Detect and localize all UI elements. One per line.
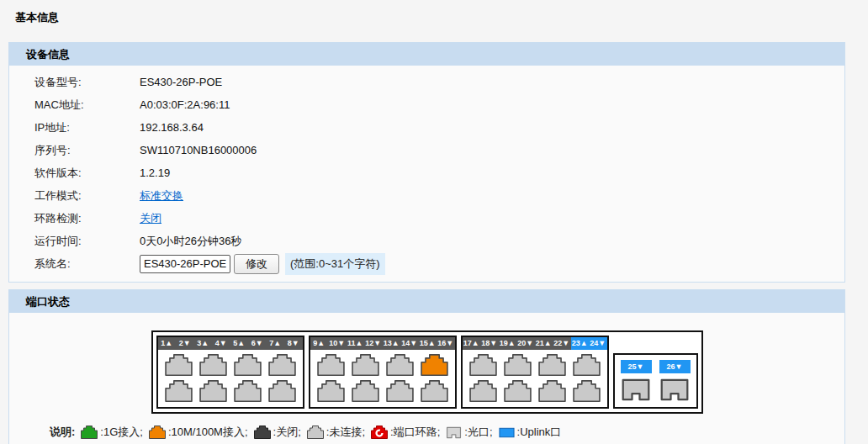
modify-button[interactable]: 修改 [234, 254, 279, 274]
port-group-3: 17▲18▼19▲20▼21▲22▼23▲24▼ [461, 336, 609, 409]
uplink-blue-icon [499, 427, 515, 438]
row-ip-address: IP地址: 192.168.3.64 [9, 116, 844, 139]
port-23-icon[interactable] [573, 354, 601, 376]
port-18-icon[interactable] [469, 380, 497, 402]
port-label-14: 14▼ [400, 337, 419, 350]
port-label-3: 3▲ [194, 337, 213, 350]
software-version-value: 1.2.19 [140, 166, 170, 179]
legend-item: :关闭; [254, 425, 301, 440]
switch-faceplate: 1▲2▼3▲4▼5▲6▼7▲8▼9▲10▼11▲12▼13▲14▼15▲16▼1… [151, 330, 703, 414]
port-label-1: 1▲ [158, 337, 177, 350]
work-mode-link[interactable]: 标准交换 [140, 188, 183, 204]
legend-item: :1G接入; [81, 425, 143, 440]
legend-item-label: :1G接入; [100, 425, 143, 440]
port-6-icon[interactable] [234, 380, 262, 402]
port-legend: 说明: :1G接入;:10M/100M接入;:关闭;:未连接;:端口环路;:光口… [50, 425, 844, 440]
port-label-10: 10▼ [328, 337, 347, 350]
port-3-icon[interactable] [199, 354, 227, 376]
port-label-11: 11▲ [347, 337, 365, 350]
port-group-2: 9▲10▼11▲12▼13▲14▼15▲16▼ [309, 336, 457, 409]
legend-item: :未连接; [307, 425, 365, 440]
port-label-22: 22▼ [553, 337, 571, 350]
device-model-label: 设备型号: [9, 75, 140, 90]
port-20-icon[interactable] [504, 380, 532, 402]
legend-item-label: :光口; [464, 425, 492, 440]
port-9-icon[interactable] [317, 354, 345, 376]
port-8-icon[interactable] [268, 380, 296, 402]
port-label-26: 26▼ [659, 360, 691, 373]
port-label-16: 16▼ [437, 337, 455, 350]
port-status-header: 端口状态 [9, 290, 844, 313]
port-4-icon[interactable] [199, 380, 227, 402]
mac-address-label: MAC地址: [9, 98, 140, 113]
port-label-5: 5▲ [230, 337, 249, 350]
port-24-icon[interactable] [573, 380, 601, 402]
legend-title: 说明: [50, 425, 75, 440]
port-status-panel: 端口状态 1▲2▼3▲4▼5▲6▼7▲8▼9▲10▼11▲12▼13▲14▼15… [8, 289, 845, 444]
port-group-2-labels: 9▲10▼11▲12▼13▲14▼15▲16▼ [310, 337, 455, 350]
port-7-icon[interactable] [268, 354, 296, 376]
port-10-icon[interactable] [317, 380, 345, 402]
port-13-icon[interactable] [386, 354, 414, 376]
device-info-body: 设备型号: ES430-26P-POE MAC地址: A0:03:0F:2A:9… [9, 66, 844, 282]
legend-item-label: :Uplink口 [517, 425, 562, 440]
rj45-gray-icon [307, 426, 324, 439]
port-label-24: 24▼ [589, 337, 607, 350]
uptime-value: 0天0小时26分钟36秒 [140, 234, 241, 249]
port-group-3-labels: 17▲18▼19▲20▼21▲22▼23▲24▼ [463, 337, 607, 350]
uptime-label: 运行时间: [9, 234, 140, 249]
legend-item-label: :未连接; [326, 425, 365, 440]
software-version-label: 软件版本: [9, 166, 140, 181]
range-hint: (范围:0~31个字符) [285, 253, 385, 275]
port-5-icon[interactable] [234, 354, 262, 376]
row-system-name: 系统名: 修改 (范围:0~31个字符) [9, 252, 844, 275]
rj45-green-icon [81, 426, 98, 439]
rj45-dark-icon [254, 426, 271, 439]
fiber-port-26: 26▼ [659, 360, 691, 402]
port-label-15: 15▲ [419, 337, 437, 350]
legend-item: :10M/100M接入; [149, 425, 248, 440]
row-software-version: 软件版本: 1.2.19 [9, 161, 844, 184]
port-12-icon[interactable] [352, 380, 379, 402]
port-label-25: 25▼ [621, 360, 652, 373]
rj45-orange-icon [149, 426, 166, 439]
work-mode-label: 工作模式: [9, 188, 140, 204]
port-group-1: 1▲2▼3▲4▼5▲6▼7▲8▼ [156, 336, 304, 409]
port-1-icon[interactable] [165, 354, 193, 376]
port-22-icon[interactable] [538, 380, 566, 402]
device-info-header: 设备信息 [9, 43, 844, 66]
ip-address-label: IP地址: [9, 120, 140, 135]
row-mac-address: MAC地址: A0:03:0F:2A:96:11 [9, 93, 844, 116]
system-name-input[interactable] [140, 255, 230, 273]
port-label-2: 2▼ [176, 337, 194, 350]
port-21-icon[interactable] [538, 354, 566, 376]
port-label-9: 9▲ [310, 337, 329, 350]
port-19-icon[interactable] [504, 354, 532, 376]
legend-item: :Uplink口 [499, 425, 562, 440]
port-label-20: 20▼ [516, 337, 535, 350]
port-label-4: 4▼ [212, 337, 230, 350]
port-16-icon[interactable] [421, 380, 448, 402]
mac-address-value: A0:03:0F:2A:96:11 [140, 98, 230, 111]
fiber-port-25: 25▼ [621, 360, 652, 402]
serial-number-value: SW110710NB16000006 [140, 144, 257, 156]
port-2-icon[interactable] [165, 380, 193, 402]
port-11-icon[interactable] [352, 354, 379, 376]
fiber-port-group: 25▼26▼ [613, 353, 698, 409]
port-25-icon[interactable] [621, 378, 651, 402]
port-label-13: 13▲ [383, 337, 401, 350]
device-info-panel: 设备信息 设备型号: ES430-26P-POE MAC地址: A0:03:0F… [8, 42, 845, 283]
port-label-23: 23▲ [571, 337, 590, 350]
loop-detect-label: 环路检测: [9, 211, 140, 226]
port-label-12: 12▼ [364, 337, 383, 350]
port-14-icon[interactable] [386, 380, 414, 402]
port-26-icon[interactable] [659, 378, 690, 402]
row-loop-detect: 环路检测: 关闭 [9, 207, 844, 230]
loop-detect-link[interactable]: 关闭 [140, 211, 161, 226]
port-15-icon[interactable] [421, 354, 448, 376]
legend-item: :端口环路; [371, 425, 440, 440]
sfp-gray-icon [446, 426, 462, 439]
port-label-7: 7▲ [267, 337, 285, 350]
port-17-icon[interactable] [469, 354, 497, 376]
port-group-1-labels: 1▲2▼3▲4▼5▲6▼7▲8▼ [158, 337, 303, 350]
